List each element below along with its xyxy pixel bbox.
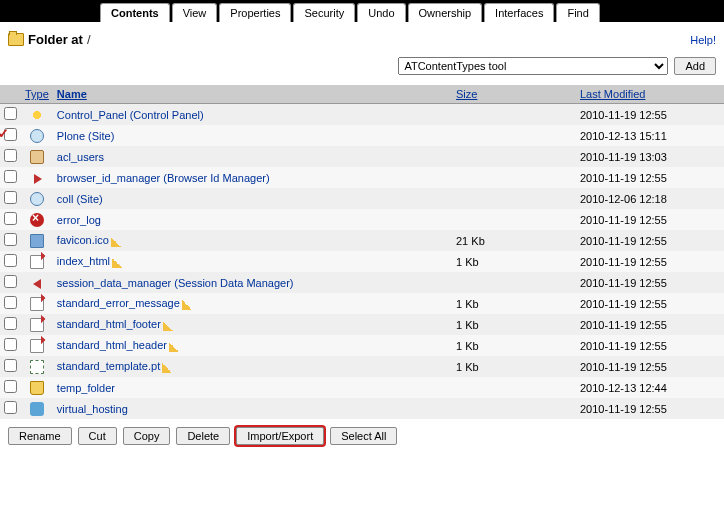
col-name[interactable]: Name (53, 85, 452, 104)
row-checkbox[interactable] (4, 254, 17, 267)
pencil-icon[interactable] (163, 321, 173, 331)
doc-icon (30, 318, 44, 332)
tmpl-icon (30, 360, 44, 374)
tab-find[interactable]: Find (556, 3, 599, 22)
row-checkbox[interactable] (4, 233, 17, 246)
doc-icon (30, 255, 44, 269)
add-row: ATContentTypes tool Add (0, 53, 724, 85)
tab-view[interactable]: View (172, 3, 218, 22)
item-link[interactable]: virtual_hosting (57, 403, 128, 415)
date-cell: 2010-11-19 12:55 (576, 251, 724, 272)
tab-bar: ContentsViewPropertiesSecurityUndoOwners… (0, 0, 724, 22)
size-cell (452, 104, 576, 126)
col-type[interactable]: Type (21, 85, 53, 104)
import_export-button[interactable]: Import/Export (236, 427, 324, 445)
size-cell (452, 146, 576, 167)
select_all-button[interactable]: Select All (330, 427, 397, 445)
item-link[interactable]: favicon.ico (57, 234, 109, 246)
table-row: ✓Plone (Site)2010-12-13 15:11 (0, 125, 724, 146)
item-link[interactable]: temp_folder (57, 382, 115, 394)
pencil-icon[interactable] (182, 300, 192, 310)
table-row: browser_id_manager (Browser Id Manager)2… (0, 167, 724, 188)
table-row: coll (Site)2010-12-06 12:18 (0, 188, 724, 209)
table-row: session_data_manager (Session Data Manag… (0, 272, 724, 293)
item-link[interactable]: acl_users (57, 151, 104, 163)
row-checkbox[interactable] (4, 212, 17, 225)
add-type-select[interactable]: ATContentTypes tool (398, 57, 668, 75)
img-icon (30, 234, 44, 248)
row-checkbox[interactable] (4, 149, 17, 162)
row-checkbox[interactable] (4, 275, 17, 288)
date-cell: 2010-11-19 12:55 (576, 398, 724, 419)
date-cell: 2010-11-19 12:55 (576, 293, 724, 314)
table-row: error_log2010-11-19 12:55 (0, 209, 724, 230)
row-checkbox[interactable] (4, 380, 17, 393)
size-cell (452, 398, 576, 419)
breadcrumb[interactable]: / (87, 32, 91, 47)
date-cell: 2010-12-13 12:44 (576, 377, 724, 398)
vhost-icon (30, 402, 44, 416)
item-link[interactable]: standard_error_message (57, 297, 180, 309)
tab-properties[interactable]: Properties (219, 3, 291, 22)
cut-button[interactable]: Cut (78, 427, 117, 445)
rename-button[interactable]: Rename (8, 427, 72, 445)
item-link[interactable]: standard_html_header (57, 339, 167, 351)
tab-ownership[interactable]: Ownership (408, 3, 483, 22)
pencil-icon[interactable] (169, 342, 179, 352)
delete-button[interactable]: Delete (176, 427, 230, 445)
col-modified[interactable]: Last Modified (576, 85, 724, 104)
help-link[interactable]: Help! (690, 34, 716, 46)
table-row: favicon.ico21 Kb2010-11-19 12:55 (0, 230, 724, 251)
doc-icon (30, 297, 44, 311)
row-checkbox[interactable] (4, 338, 17, 351)
add-button[interactable]: Add (674, 57, 716, 75)
row-checkbox[interactable] (4, 191, 17, 204)
table-row: standard_template.pt1 Kb2010-11-19 12:55 (0, 356, 724, 377)
date-cell: 2010-12-06 12:18 (576, 188, 724, 209)
item-link[interactable]: coll (Site) (57, 193, 103, 205)
contents-table: Type Name Size Last Modified Control_Pan… (0, 85, 724, 419)
pencil-icon[interactable] (111, 237, 121, 247)
tab-undo[interactable]: Undo (357, 3, 405, 22)
arr-l-icon (33, 279, 41, 289)
item-link[interactable]: standard_template.pt (57, 360, 160, 372)
row-checkbox[interactable] (4, 170, 17, 183)
table-row: standard_html_footer1 Kb2010-11-19 12:55 (0, 314, 724, 335)
size-cell (452, 377, 576, 398)
row-checkbox[interactable] (4, 107, 17, 120)
tab-interfaces[interactable]: Interfaces (484, 3, 554, 22)
actions-bar: RenameCutCopyDeleteImport/ExportSelect A… (0, 419, 724, 453)
table-row: Control_Panel (Control Panel)2010-11-19 … (0, 104, 724, 126)
item-link[interactable]: index_html (57, 255, 110, 267)
date-cell: 2010-11-19 12:55 (576, 356, 724, 377)
size-cell (452, 272, 576, 293)
item-link[interactable]: Plone (Site) (57, 130, 114, 142)
item-link[interactable]: standard_html_footer (57, 318, 161, 330)
row-checkbox[interactable] (4, 401, 17, 414)
tab-security[interactable]: Security (293, 3, 355, 22)
gear-icon (30, 108, 44, 122)
date-cell: 2010-11-19 12:55 (576, 335, 724, 356)
date-cell: 2010-11-19 12:55 (576, 167, 724, 188)
row-checkbox[interactable] (4, 359, 17, 372)
pencil-icon[interactable] (112, 258, 122, 268)
col-checkbox (0, 85, 21, 104)
row-checkbox[interactable] (4, 296, 17, 309)
date-cell: 2010-11-19 12:55 (576, 104, 724, 126)
item-link[interactable]: browser_id_manager (Browser Id Manager) (57, 172, 270, 184)
header-label: Folder at (28, 32, 83, 47)
copy-button[interactable]: Copy (123, 427, 171, 445)
row-checkbox[interactable] (4, 317, 17, 330)
table-row: acl_users2010-11-19 13:03 (0, 146, 724, 167)
size-cell: 21 Kb (452, 230, 576, 251)
tab-contents[interactable]: Contents (100, 3, 170, 22)
globe-icon (30, 129, 44, 143)
table-row: standard_error_message1 Kb2010-11-19 12:… (0, 293, 724, 314)
size-cell: 1 Kb (452, 356, 576, 377)
col-size[interactable]: Size (452, 85, 576, 104)
pencil-icon[interactable] (162, 363, 172, 373)
size-cell: 1 Kb (452, 335, 576, 356)
item-link[interactable]: Control_Panel (Control Panel) (57, 109, 204, 121)
item-link[interactable]: session_data_manager (Session Data Manag… (57, 277, 294, 289)
item-link[interactable]: error_log (57, 214, 101, 226)
